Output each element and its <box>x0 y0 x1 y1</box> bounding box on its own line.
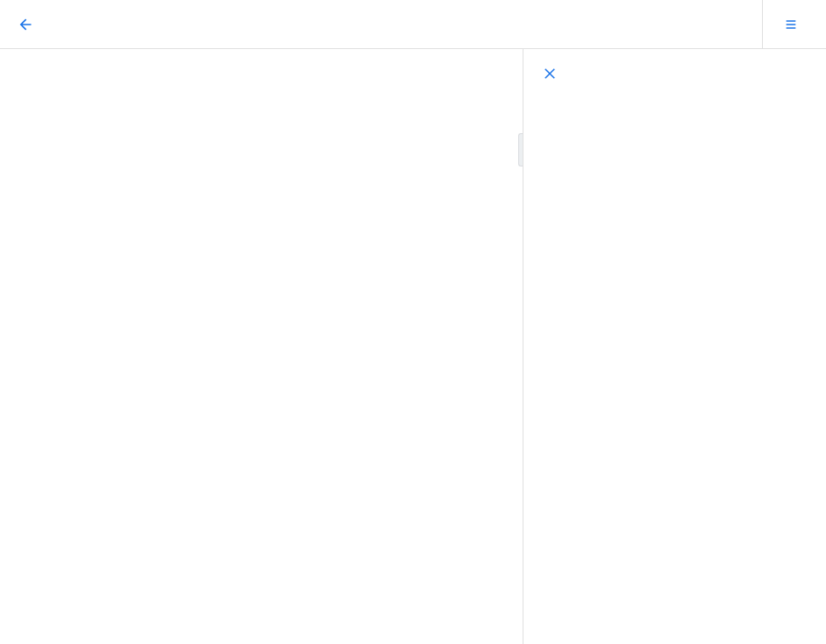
graph-scroll-handle[interactable] <box>518 133 523 166</box>
arrow-left-icon <box>16 16 33 33</box>
close-icon <box>542 66 558 81</box>
logs-icon <box>784 18 798 32</box>
back-button[interactable] <box>0 16 49 33</box>
top-bar <box>0 0 826 49</box>
graph-edges <box>0 49 523 644</box>
close-panel-button[interactable] <box>534 58 566 89</box>
logs-button[interactable] <box>762 0 826 49</box>
graph-pane[interactable] <box>0 49 523 644</box>
step-details-panel <box>523 49 826 644</box>
